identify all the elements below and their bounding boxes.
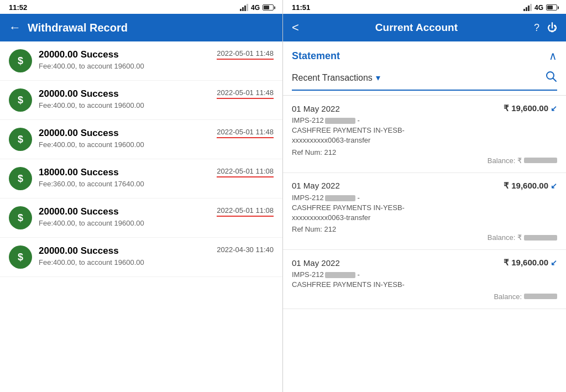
back-button-left[interactable]: ←	[9, 20, 21, 35]
ref-num: Ref Num: 212	[292, 225, 557, 233]
power-icon[interactable]: ⏻	[547, 22, 557, 34]
withdrawal-list: $ 20000.00 Success 2022-05-01 11:48 Fee:…	[0, 41, 282, 392]
statement-collapse-icon[interactable]: ∧	[549, 49, 557, 62]
transaction-details: 20000.00 Success 2022-04-30 11:40 Fee:40…	[39, 245, 274, 266]
bank-trans-date: 01 May 2022	[292, 258, 340, 268]
transaction-main-row: 20000.00 Success 2022-04-30 11:40	[39, 245, 274, 257]
balance-redacted	[524, 294, 557, 299]
balance-redacted	[524, 158, 557, 163]
bank-trans-desc: IMPS-212 - CASHFREE PAYMENTS IN-YESB- xx…	[292, 116, 557, 146]
transaction-fee: Fee:360.00, to account 17640.00	[39, 180, 274, 188]
transaction-date: 2022-05-01 11:08	[217, 206, 274, 217]
network-right: 4G	[534, 4, 543, 12]
coin-icon: $	[9, 88, 32, 112]
battery-icon-right	[546, 4, 557, 11]
bank-trans-desc: IMPS-212 - CASHFREE PAYMENTS IN-YESB- xx…	[292, 193, 557, 223]
header-left: ← Withdrawal Record	[0, 14, 282, 41]
filter-row: Recent Transactions ▾	[292, 70, 557, 91]
status-bar-right: 11:51 4G	[283, 0, 566, 14]
balance-redacted	[524, 235, 557, 241]
transaction-main-row: 20000.00 Success 2022-05-01 11:48	[39, 88, 274, 100]
transaction-amount: 20000.00 Success	[39, 88, 119, 100]
help-icon[interactable]: ?	[534, 22, 539, 34]
transaction-amount: 20000.00 Success	[39, 206, 119, 217]
transaction-item[interactable]: $ 20000.00 Success 2022-04-30 11:40 Fee:…	[0, 238, 282, 277]
incoming-icon: ↙	[551, 258, 557, 267]
transaction-date: 2022-05-01 11:08	[217, 167, 274, 177]
back-button-right[interactable]: <	[292, 20, 299, 35]
right-panel: 11:51 4G < Current Account ? ⏻ Statement…	[283, 0, 566, 392]
bank-transaction-item[interactable]: 01 May 2022 ₹ 19,600.00 ↙ IMPS-212 - CAS…	[283, 96, 566, 173]
filter-left: Recent Transactions ▾	[292, 72, 380, 83]
transaction-amount: 20000.00 Success	[39, 245, 119, 257]
transaction-details: 20000.00 Success 2022-05-01 11:48 Fee:40…	[39, 49, 274, 70]
transaction-main-row: 18000.00 Success 2022-05-01 11:08	[39, 167, 274, 178]
time-left: 11:52	[9, 3, 27, 12]
svg-line-1	[553, 79, 557, 82]
bank-trans-top-row: 01 May 2022 ₹ 19,600.00 ↙	[292, 103, 557, 113]
battery-icon-left	[263, 4, 274, 11]
transaction-fee: Fee:400.00, to account 19600.00	[39, 258, 274, 266]
bank-trans-date: 01 May 2022	[292, 104, 340, 113]
bank-trans-amount: ₹ 19,600.00 ↙	[504, 181, 557, 191]
status-icons-left: 4G	[240, 4, 274, 12]
statement-section: Statement ∧ Recent Transactions ▾	[283, 41, 566, 96]
bank-trans-balance-row: Balance:	[292, 292, 557, 301]
transaction-amount: 20000.00 Success	[39, 128, 119, 139]
search-button[interactable]	[545, 70, 557, 85]
transaction-item[interactable]: $ 20000.00 Success 2022-05-01 11:48 Fee:…	[0, 120, 282, 159]
signal-icon-left	[240, 4, 248, 11]
network-left: 4G	[251, 4, 260, 12]
time-right: 11:51	[292, 3, 310, 12]
statement-header: Statement ∧	[292, 49, 557, 62]
transaction-details: 20000.00 Success 2022-05-01 11:48 Fee:40…	[39, 128, 274, 149]
dropdown-arrow-icon[interactable]: ▾	[376, 72, 380, 83]
coin-icon: $	[9, 245, 32, 269]
transaction-details: 18000.00 Success 2022-05-01 11:08 Fee:36…	[39, 167, 274, 188]
bank-trans-desc: IMPS-212 - CASHFREE PAYMENTS IN-YESB-	[292, 270, 557, 290]
status-bar-left: 11:52 4G	[0, 0, 282, 14]
bank-trans-balance: Balance: ₹	[488, 156, 557, 165]
transaction-date: 2022-05-01 11:48	[217, 49, 274, 60]
header-right-actions: ? ⏻	[534, 22, 557, 34]
transaction-item[interactable]: $ 20000.00 Success 2022-05-01 11:08 Fee:…	[0, 198, 282, 238]
coin-icon: $	[9, 167, 32, 190]
bank-trans-top-row: 01 May 2022 ₹ 19,600.00 ↙	[292, 181, 557, 191]
filter-label: Recent Transactions	[292, 73, 373, 83]
bank-trans-balance-row: Balance: ₹	[292, 233, 557, 242]
incoming-icon: ↙	[551, 104, 557, 113]
left-panel: 11:52 4G ← Withdrawal Record $ 20000.00 …	[0, 0, 283, 392]
transaction-date: 2022-04-30 11:40	[217, 245, 274, 254]
transaction-main-row: 20000.00 Success 2022-05-01 11:48	[39, 128, 274, 139]
coin-icon: $	[9, 206, 32, 229]
transaction-fee: Fee:400.00, to account 19600.00	[39, 101, 274, 109]
statement-title: Statement	[292, 50, 340, 62]
page-title-left: Withdrawal Record	[28, 22, 128, 34]
bank-trans-balance: Balance: ₹	[488, 233, 557, 242]
signal-icon-right	[523, 4, 532, 11]
page-title-right: Current Account	[299, 22, 534, 34]
transaction-item[interactable]: $ 18000.00 Success 2022-05-01 11:08 Fee:…	[0, 159, 282, 198]
transaction-item[interactable]: $ 20000.00 Success 2022-05-01 11:48 Fee:…	[0, 81, 282, 120]
bank-trans-amount: ₹ 19,600.00 ↙	[504, 103, 557, 113]
bank-transaction-item[interactable]: 01 May 2022 ₹ 19,600.00 ↙ IMPS-212 - CAS…	[283, 173, 566, 250]
ref-num: Ref Num: 212	[292, 148, 557, 156]
status-icons-right: 4G	[523, 4, 557, 12]
incoming-icon: ↙	[551, 181, 557, 190]
transaction-date: 2022-05-01 11:48	[217, 128, 274, 138]
transaction-item[interactable]: $ 20000.00 Success 2022-05-01 11:48 Fee:…	[0, 41, 282, 81]
coin-icon: $	[9, 128, 32, 151]
coin-icon: $	[9, 49, 32, 72]
transaction-details: 20000.00 Success 2022-05-01 11:08 Fee:40…	[39, 206, 274, 227]
bank-trans-balance: Balance:	[494, 292, 557, 301]
bank-transaction-item[interactable]: 01 May 2022 ₹ 19,600.00 ↙ IMPS-212 - CAS…	[283, 250, 566, 309]
bank-trans-date: 01 May 2022	[292, 181, 340, 190]
bank-transactions-list: 01 May 2022 ₹ 19,600.00 ↙ IMPS-212 - CAS…	[283, 96, 566, 392]
transaction-main-row: 20000.00 Success 2022-05-01 11:08	[39, 206, 274, 217]
transaction-amount: 18000.00 Success	[39, 167, 119, 178]
transaction-amount: 20000.00 Success	[39, 49, 119, 60]
transaction-main-row: 20000.00 Success 2022-05-01 11:48	[39, 49, 274, 60]
bank-trans-balance-row: Balance: ₹	[292, 156, 557, 165]
bank-trans-top-row: 01 May 2022 ₹ 19,600.00 ↙	[292, 258, 557, 268]
transaction-fee: Fee:400.00, to account 19600.00	[39, 219, 274, 227]
